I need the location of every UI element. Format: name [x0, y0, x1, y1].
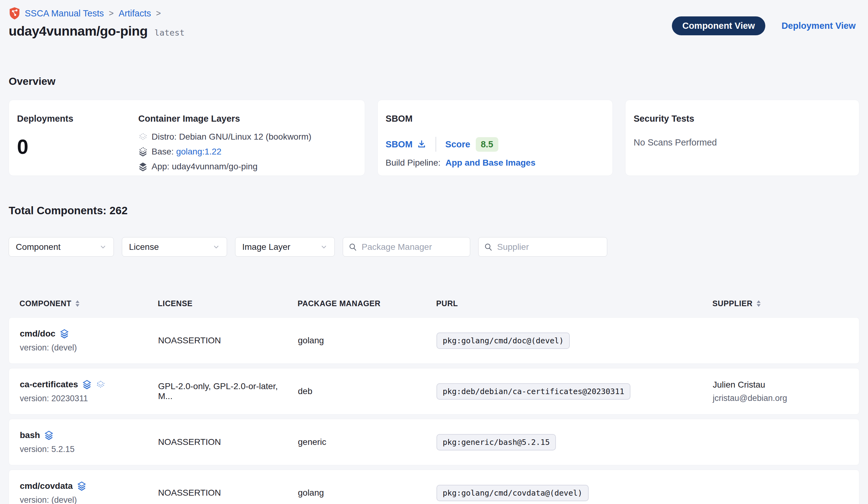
- app-layer-icon: [82, 380, 92, 389]
- purl-header-label: PURL: [436, 299, 458, 308]
- base-image-link[interactable]: golang:1.22: [176, 147, 221, 157]
- components-table-body: cmd/doc version: (devel) NOASSERTION gol…: [9, 317, 859, 504]
- component-name: bash: [20, 430, 40, 440]
- chevron-down-icon: [213, 243, 220, 251]
- artifact-tag: latest: [154, 28, 185, 38]
- chevron-down-icon: [99, 243, 107, 251]
- column-header-supplier[interactable]: SUPPLIER: [712, 299, 850, 308]
- sbom-score-badge: 8.5: [476, 137, 498, 152]
- purl-chip[interactable]: pkg:golang/cmd/covdata@(devel): [436, 485, 589, 501]
- deployments-label: Deployments: [17, 114, 138, 124]
- security-tests-empty-text: No Scans Performed: [633, 138, 848, 148]
- component-version: version: 20230311: [20, 394, 158, 403]
- license-cell: GPL-2.0-only, GPL-2.0-or-later, M...: [158, 381, 298, 401]
- package-manager-cell: deb: [298, 386, 436, 396]
- supplier-email: jcristau@debian.org: [713, 393, 850, 403]
- distro-layer-icon: [138, 132, 147, 141]
- license-filter-dropdown[interactable]: License: [122, 237, 227, 256]
- column-header-package-manager[interactable]: PACKAGE MANAGER: [298, 299, 436, 308]
- breadcrumb-separator: >: [108, 9, 114, 18]
- app-layer-icon: [138, 162, 147, 171]
- license-cell: NOASSERTION: [158, 488, 298, 498]
- base-prefix: Base:: [152, 147, 176, 157]
- deployments-count: 0: [17, 135, 138, 159]
- license-cell: NOASSERTION: [158, 437, 298, 447]
- sbom-title: SBOM: [386, 114, 602, 124]
- sbom-download-link[interactable]: SBOM: [386, 139, 426, 150]
- security-tests-card: Security Tests No Scans Performed: [625, 100, 859, 176]
- breadcrumb: SSCA Manual Tests > Artifacts >: [9, 6, 185, 20]
- app-layer-icon: [77, 481, 86, 491]
- distro-value: Debian GNU/Linux 12 (bookworm): [179, 132, 311, 141]
- breadcrumb-artifacts-link[interactable]: Artifacts: [119, 8, 151, 19]
- column-header-component[interactable]: COMPONENT: [20, 299, 158, 308]
- component-name: cmd/doc: [20, 329, 55, 339]
- build-pipeline-label: Build Pipeline:: [386, 158, 441, 168]
- divider: [435, 137, 436, 152]
- purl-chip[interactable]: pkg:generic/bash@5.2.15: [436, 434, 556, 451]
- header-left: SSCA Manual Tests > Artifacts > uday4vun…: [9, 6, 185, 39]
- page-header: SSCA Manual Tests > Artifacts > uday4vun…: [0, 0, 868, 39]
- security-tests-title: Security Tests: [633, 114, 848, 124]
- components-table-header: COMPONENT LICENSE PACKAGE MANAGER PURL S…: [9, 296, 859, 311]
- table-row[interactable]: cmd/covdata version: (devel) NOASSERTION…: [9, 470, 859, 504]
- distro-prefix: Distro:: [152, 132, 179, 141]
- license-filter-label: License: [129, 242, 159, 252]
- base-layer-row: Base: golang:1.22: [138, 147, 354, 157]
- image-layer-filter-label: Image Layer: [242, 242, 290, 252]
- package-manager-search-input[interactable]: [362, 242, 464, 252]
- base-layer-icon: [138, 147, 147, 157]
- component-version: version: (devel): [20, 343, 158, 353]
- image-layer-filter-dropdown[interactable]: Image Layer: [235, 237, 335, 256]
- column-header-purl[interactable]: PURL: [436, 299, 712, 308]
- app-layer-row: App: uday4vunnam/go-ping: [138, 162, 354, 172]
- deployment-view-link[interactable]: Deployment View: [782, 21, 856, 31]
- download-icon[interactable]: [417, 140, 426, 149]
- purl-chip[interactable]: pkg:deb/debian/ca-certificates@20230311: [436, 383, 630, 400]
- table-row[interactable]: cmd/doc version: (devel) NOASSERTION gol…: [9, 317, 859, 364]
- sort-icon[interactable]: [756, 300, 761, 307]
- supplier-searchbox: [478, 237, 607, 256]
- package-manager-cell: golang: [298, 488, 436, 498]
- column-header-license[interactable]: LICENSE: [158, 299, 298, 308]
- distro-layer-icon: [96, 380, 105, 389]
- component-name: ca-certificates: [20, 380, 78, 390]
- sort-icon[interactable]: [75, 300, 80, 307]
- package-manager-cell: golang: [298, 335, 436, 345]
- component-version: version: (devel): [20, 495, 158, 504]
- overview-heading: Overview: [9, 75, 868, 87]
- table-row[interactable]: ca-certificates version: 20230311 GPL-2.…: [9, 368, 859, 414]
- deployments-block: Deployments 0: [17, 114, 138, 164]
- view-toggle: Component View Deployment View: [672, 13, 856, 39]
- app-value: uday4vunnam/go-ping: [172, 162, 257, 171]
- breadcrumb-project-link[interactable]: SSCA Manual Tests: [25, 8, 104, 19]
- deployments-layers-card: Deployments 0 Container Image Layers Dis…: [9, 100, 365, 176]
- title-row: uday4vunnam/go-ping latest: [9, 23, 185, 39]
- ssca-logo-icon: [9, 7, 20, 20]
- image-layers-block: Container Image Layers Distro: Debian GN…: [138, 114, 354, 164]
- supplier-name: Julien Cristau: [713, 380, 850, 390]
- image-layers-title: Container Image Layers: [138, 114, 354, 124]
- package-manager-searchbox: [343, 237, 470, 256]
- package-manager-cell: generic: [298, 437, 436, 447]
- purl-chip[interactable]: pkg:golang/cmd/doc@(devel): [436, 332, 570, 349]
- breadcrumb-separator: >: [155, 9, 162, 18]
- sbom-score-label: Score: [445, 139, 471, 150]
- supplier-header-label: SUPPLIER: [712, 299, 753, 308]
- filters-row: Component License Image Layer: [9, 237, 859, 256]
- app-prefix: App:: [152, 162, 172, 171]
- license-cell: NOASSERTION: [158, 335, 298, 345]
- component-header-label: COMPONENT: [20, 299, 71, 308]
- table-row[interactable]: bash version: 5.2.15 NOASSERTION generic…: [9, 419, 859, 465]
- component-filter-dropdown[interactable]: Component: [9, 237, 114, 256]
- component-view-button[interactable]: Component View: [672, 17, 766, 35]
- chevron-down-icon: [320, 243, 328, 251]
- app-layer-icon: [60, 329, 69, 339]
- license-header-label: LICENSE: [158, 299, 193, 308]
- build-pipeline-link[interactable]: App and Base Images: [445, 158, 536, 168]
- app-layer-icon: [44, 431, 53, 440]
- page-title: uday4vunnam/go-ping: [9, 23, 147, 39]
- package-manager-header-label: PACKAGE MANAGER: [298, 299, 381, 308]
- total-components-heading: Total Components: 262: [9, 204, 868, 217]
- supplier-search-input[interactable]: [497, 242, 601, 252]
